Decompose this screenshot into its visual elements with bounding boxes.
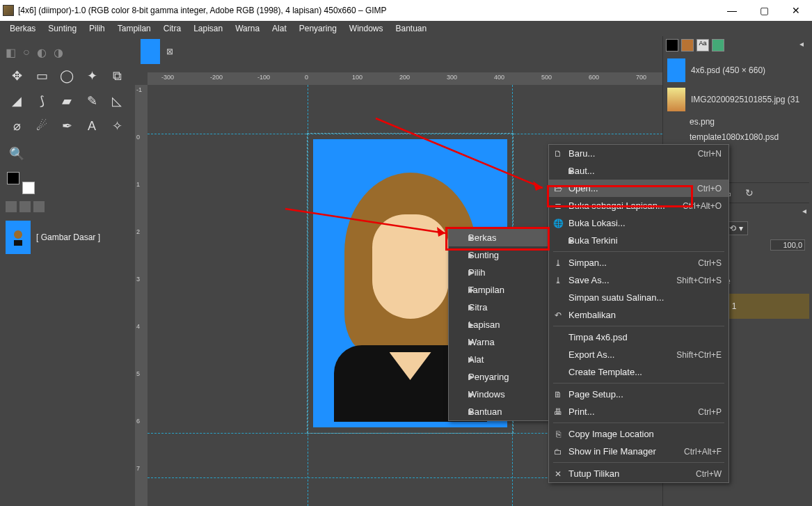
save-icon: ⤓ [553, 258, 563, 268]
menu-berkas[interactable]: Berkas [4, 22, 41, 35]
ctx-citra[interactable]: Citra▶ [449, 299, 560, 316]
zoom-tool[interactable]: 🔍 [6, 143, 28, 165]
file-close-view[interactable]: ✕Tutup TilikanCtrl+W [549, 465, 729, 482]
ctx-penyaring[interactable]: Penyaring▶ [449, 368, 560, 386]
document-row[interactable]: IMG20200925101855.jpg (31 [666, 85, 809, 114]
file-copy-location[interactable]: ⎘Copy Image Location [549, 425, 729, 443]
bucket-tool[interactable]: ▰ [56, 90, 78, 112]
document-row[interactable]: es.png [666, 114, 809, 129]
eraser-tool[interactable]: ◺ [106, 90, 128, 112]
ctx-sunting[interactable]: Sunting▶ [449, 246, 560, 264]
file-save-copy[interactable]: Simpan suatu Salinan... [549, 289, 729, 306]
file-create-template[interactable]: Create Template... [549, 363, 729, 381]
menu-alat[interactable]: Alat [266, 22, 292, 35]
toolbox-tab-icon[interactable]: ◧ [6, 46, 16, 59]
path-tool[interactable]: ✒ [56, 115, 78, 137]
file-open-location[interactable]: 🌐Buka Lokasi... [549, 214, 729, 232]
menu-sunting[interactable]: Sunting [42, 22, 82, 35]
file-open-recent[interactable]: Buka Terkini▶ [549, 232, 729, 249]
select-rect-tool[interactable]: ▭ [31, 65, 53, 87]
file-page-setup[interactable]: 🗎Page Setup... [549, 386, 729, 403]
clone-tool[interactable]: ⌀ [6, 115, 28, 137]
file-print[interactable]: 🖶Print...Ctrl+P [549, 403, 729, 420]
ctx-lapisan[interactable]: Lapisan▶ [449, 316, 560, 333]
menu-warna[interactable]: Warna [230, 22, 265, 35]
ruler-horizontal[interactable]: -300-200-1000100200300400500600700 [148, 72, 662, 85]
bg-color[interactable] [22, 182, 35, 194]
tab-thumbnail [141, 39, 160, 64]
ctx-tampilan[interactable]: Tampilan▶ [449, 281, 560, 299]
file-save-as[interactable]: ⤓Save As...Shift+Ctrl+S [549, 271, 729, 289]
brush-tool[interactable]: ✎ [81, 90, 103, 112]
file-revert[interactable]: ↶Kembalikan [549, 306, 729, 324]
measure-tool[interactable]: ✧ [106, 115, 128, 137]
ruler-vertical[interactable]: -101234567 [135, 85, 148, 506]
tab-icon[interactable] [666, 39, 678, 52]
text-tool[interactable]: A [81, 115, 103, 137]
fg-color[interactable] [7, 172, 19, 184]
documents-list: 4x6.psd (450 × 660) IMG20200925101855.jp… [666, 56, 809, 145]
menu-lapisan[interactable]: Lapisan [188, 22, 228, 35]
layers-icon: ≣ [553, 201, 563, 211]
dock-tabs [0, 198, 132, 215]
open-icon: 🗁 [553, 184, 563, 193]
ctx-windows[interactable]: Windows▶ [449, 386, 560, 403]
toolbox-tab-icon[interactable]: ◑ [54, 46, 63, 59]
lasso-tool[interactable]: ◯ [56, 65, 78, 87]
tab-icon[interactable] [6, 201, 17, 212]
ctx-bantuan[interactable]: Bantuan▶ [449, 403, 560, 420]
file-open[interactable]: 🗁Open...Ctrl+O [549, 180, 729, 197]
file-save[interactable]: ⤓Simpan...Ctrl+S [549, 254, 729, 271]
opacity-input[interactable] [770, 239, 805, 251]
expand-icon[interactable]: ◂ [799, 39, 809, 52]
maximize-button[interactable]: ▢ [748, 0, 780, 21]
file-overwrite[interactable]: Timpa 4x6.psd [549, 329, 729, 346]
app-icon [3, 5, 14, 16]
transform-tool[interactable]: ◢ [6, 90, 28, 112]
minimize-button[interactable]: — [716, 0, 748, 21]
file-open-as-layers[interactable]: ≣Buka sebagai Lapisan...Ctrl+Alt+O [549, 197, 729, 214]
refresh-icon[interactable]: ↻ [745, 187, 754, 198]
tab-icon[interactable] [712, 39, 724, 52]
base-layer-row[interactable]: [ Gambar Dasar ] [6, 221, 127, 254]
close-icon: ✕ [553, 469, 563, 479]
tab-icon[interactable] [19, 201, 31, 212]
globe-icon: 🌐 [553, 219, 563, 228]
expand-icon[interactable]: ◂ [802, 206, 806, 216]
smudge-tool[interactable]: ☄ [31, 115, 53, 137]
image-tab[interactable]: ⊠ [141, 39, 175, 64]
tab-icon[interactable] [33, 201, 45, 212]
color-swatch[interactable] [7, 172, 35, 194]
move-tool[interactable]: ✥ [6, 65, 28, 87]
menu-citra[interactable]: Citra [158, 22, 186, 35]
ctx-berkas[interactable]: Berkas▶ [449, 229, 560, 246]
tab-icon[interactable] [681, 39, 694, 52]
toolbox-tab-icon[interactable]: ○ [23, 46, 30, 59]
document-row[interactable]: template1080x1080.psd [666, 129, 809, 145]
separator [553, 422, 724, 423]
menu-penyaring[interactable]: Penyaring [294, 22, 342, 35]
file-baut[interactable]: Baut...▶ [549, 162, 729, 180]
document-row[interactable]: 4x6.psd (450 × 660) [666, 56, 809, 85]
menu-tampilan[interactable]: Tampilan [112, 22, 157, 35]
tab-close-icon[interactable]: ⊠ [164, 46, 175, 57]
warp-tool[interactable]: ⟆ [31, 90, 53, 112]
crop-tool[interactable]: ⧉ [106, 65, 128, 87]
menu-windows[interactable]: Windows [344, 22, 389, 35]
wand-tool[interactable]: ✦ [81, 65, 103, 87]
menu-pilih[interactable]: Pilih [83, 22, 111, 35]
ctx-alat[interactable]: Alat▶ [449, 351, 560, 368]
context-menu-file: 🗋Baru...Ctrl+N Baut...▶ 🗁Open...Ctrl+O ≣… [548, 144, 729, 483]
doc-label: 4x6.psd (450 × 660) [691, 65, 765, 75]
file-show-in-manager[interactable]: 🗀Show in File ManagerCtrl+Alt+F [549, 443, 729, 460]
file-new[interactable]: 🗋Baru...Ctrl+N [549, 145, 729, 162]
ctx-warna[interactable]: Warna▶ [449, 333, 560, 351]
tab-icon[interactable]: Aa [696, 39, 709, 52]
menu-bantuan[interactable]: Bantuan [390, 22, 433, 35]
toolbox-tab-icon[interactable]: ◐ [37, 46, 47, 59]
saveas-icon: ⤓ [553, 276, 563, 285]
file-export-as[interactable]: Export As...Shift+Ctrl+E [549, 346, 729, 363]
ctx-pilih[interactable]: Pilih▶ [449, 264, 560, 281]
close-button[interactable]: ✕ [780, 0, 812, 21]
new-icon: 🗋 [553, 149, 563, 159]
